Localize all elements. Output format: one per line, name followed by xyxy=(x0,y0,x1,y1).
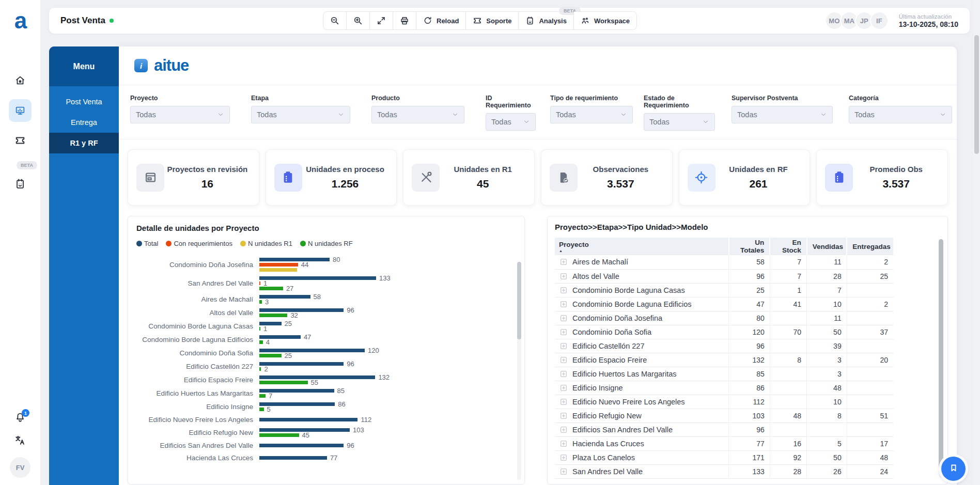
chart-bar-total[interactable] xyxy=(259,444,344,447)
column-header-vendidas[interactable]: Vendidas xyxy=(807,238,847,255)
table-row[interactable]: Edificios San Andres Del Valle96 xyxy=(555,423,893,436)
menu-item-entrega[interactable]: Entrega xyxy=(49,112,119,133)
filter-select[interactable]: Todas xyxy=(371,106,464,123)
chart-bar-n_unidades_rf[interactable] xyxy=(259,367,261,371)
expand-row-icon[interactable] xyxy=(560,287,567,294)
chart-bar-total[interactable] xyxy=(259,402,335,406)
expand-row-icon[interactable] xyxy=(560,384,567,392)
legend-item-n_unidades_r1[interactable]: N unidades R1 xyxy=(240,240,292,247)
expand-row-icon[interactable] xyxy=(560,301,567,308)
table-row[interactable]: Edificio Huertos Las Margaritas853 xyxy=(555,367,893,381)
soporte-button[interactable]: Soporte xyxy=(465,11,519,30)
print-button[interactable] xyxy=(393,11,416,30)
chart-bar-con_requerimientos[interactable] xyxy=(259,263,298,267)
zoom-out-button[interactable] xyxy=(323,11,347,30)
expand-row-icon[interactable] xyxy=(560,412,567,419)
chart-bar-total[interactable] xyxy=(259,322,282,325)
info-icon[interactable]: i xyxy=(134,59,148,72)
assistant-icon[interactable] xyxy=(9,173,32,195)
filter-select[interactable]: Todas xyxy=(251,106,350,123)
expand-row-icon[interactable] xyxy=(560,370,567,378)
page-scrollbar-thumb[interactable] xyxy=(974,35,979,154)
filter-select[interactable]: Todas xyxy=(550,106,633,123)
chart-bar-n_unidades_rf[interactable] xyxy=(259,381,308,384)
table-row[interactable]: Condominio Doña Josefina8011 xyxy=(555,311,893,325)
filter-select[interactable]: Todas xyxy=(849,106,952,123)
chart-bar-total[interactable] xyxy=(259,456,327,460)
column-header-un-totales[interactable]: Un Totales xyxy=(729,238,770,255)
table-row[interactable]: Altos del Valle9672825 xyxy=(555,269,893,283)
table-row[interactable]: Plaza Los Canelos171925048 xyxy=(555,450,893,464)
chart-bar-n_unidades_rf[interactable] xyxy=(259,340,263,344)
chat-button[interactable] xyxy=(941,457,966,481)
expand-row-icon[interactable] xyxy=(560,440,567,447)
fullscreen-button[interactable] xyxy=(369,11,393,30)
user-avatar[interactable]: FV xyxy=(10,457,30,478)
chart-scrollbar-thumb[interactable] xyxy=(517,262,521,339)
workspace-button[interactable]: Workspace xyxy=(573,11,637,30)
chart-bar-n_unidades_rf[interactable] xyxy=(259,408,264,411)
chart-bar-n_unidades_rf[interactable] xyxy=(259,287,283,290)
expand-row-icon[interactable] xyxy=(560,315,567,322)
chart-bar-n_unidades_rf[interactable] xyxy=(259,354,282,357)
chart-bar-n_unidades_r1[interactable] xyxy=(259,268,297,272)
dashboard-icon[interactable] xyxy=(9,99,32,122)
home-icon[interactable] xyxy=(9,69,32,92)
chart-bar-total[interactable] xyxy=(259,418,357,421)
table-row[interactable]: Edificio Insigne8648 xyxy=(555,381,893,395)
expand-row-icon[interactable] xyxy=(560,426,567,433)
chart-bar-total[interactable] xyxy=(259,335,301,339)
chart-bar-con_requerimientos[interactable] xyxy=(259,281,260,285)
filter-select[interactable]: Todas xyxy=(486,113,536,131)
avatar[interactable]: IF xyxy=(870,11,889,30)
expand-row-icon[interactable] xyxy=(560,258,567,265)
legend-item-n_unidades_rf[interactable]: N unidades RF xyxy=(300,240,353,247)
page-scrollbar[interactable] xyxy=(973,0,980,485)
table-row[interactable]: Edificio Castellón 2279639 xyxy=(555,339,893,353)
expand-row-icon[interactable] xyxy=(560,273,567,280)
chart-bar-total[interactable] xyxy=(259,308,344,312)
chart-bar-n_unidades_rf[interactable] xyxy=(259,314,287,317)
filter-select[interactable]: Todas xyxy=(644,113,715,131)
expand-row-icon[interactable] xyxy=(560,342,567,350)
notifications-bell-icon[interactable]: 1 xyxy=(14,412,26,425)
chart-scrollbar[interactable] xyxy=(517,262,521,480)
table-row[interactable]: Condominio Doña Sofia120705037 xyxy=(555,325,893,339)
table-row[interactable]: San Andres Del Valle133282624 xyxy=(555,464,893,478)
column-header-entregadas[interactable]: Entregadas xyxy=(847,238,893,255)
table-row[interactable]: Aires de Machalí587112 xyxy=(555,255,893,269)
chart-bar-total[interactable] xyxy=(259,362,344,366)
column-header-proyecto[interactable]: Proyecto▲ xyxy=(555,238,729,255)
table-scrollbar-thumb[interactable] xyxy=(939,239,943,468)
chart-bar-n_unidades_rf[interactable] xyxy=(259,300,262,304)
chart-bar-total[interactable] xyxy=(259,258,330,261)
column-header-en-stock[interactable]: En Stock xyxy=(770,238,806,255)
expand-row-icon[interactable] xyxy=(560,398,567,405)
table-scrollbar[interactable] xyxy=(939,239,943,478)
expand-row-icon[interactable] xyxy=(560,454,567,461)
menu-item-post-venta[interactable]: Post Venta xyxy=(49,91,119,112)
expand-row-icon[interactable] xyxy=(560,328,567,336)
filter-select[interactable]: Todas xyxy=(130,106,230,123)
chart-bar-total[interactable] xyxy=(259,349,365,352)
chart-bar-n_unidades_rf[interactable] xyxy=(259,433,299,437)
chart-bar-n_unidades_rf[interactable] xyxy=(259,327,260,331)
table-row[interactable]: Edificio Nuevo Freire Los Angeles11210 xyxy=(555,395,893,409)
expand-row-icon[interactable] xyxy=(560,356,567,364)
analysis-button[interactable]: AnalysisBETA xyxy=(518,11,573,30)
filter-select[interactable]: Todas xyxy=(732,106,833,123)
chart-bar-n_unidades_rf[interactable] xyxy=(259,394,266,398)
expand-row-icon[interactable] xyxy=(560,468,567,475)
legend-item-con_requerimientos[interactable]: Con requerimientos xyxy=(166,240,232,247)
table-row[interactable]: Edificio Espacio Freire1328320 xyxy=(555,353,893,367)
table-row[interactable]: Hacienda Las Cruces7716517 xyxy=(555,436,893,450)
chart-bar-total[interactable] xyxy=(259,276,376,280)
table-row[interactable]: Condominio Borde Laguna Edificios4741102 xyxy=(555,297,893,311)
legend-item-total[interactable]: Total xyxy=(136,240,158,247)
translate-icon[interactable] xyxy=(14,434,26,448)
zoom-in-button[interactable] xyxy=(346,11,370,30)
reload-button[interactable]: Reload xyxy=(416,11,466,30)
table-row[interactable]: Condominio Borde Laguna Casas2517 xyxy=(555,283,893,297)
table-row[interactable]: Edificio Refugio New10348851 xyxy=(555,409,893,423)
ticket-icon[interactable] xyxy=(9,129,32,152)
